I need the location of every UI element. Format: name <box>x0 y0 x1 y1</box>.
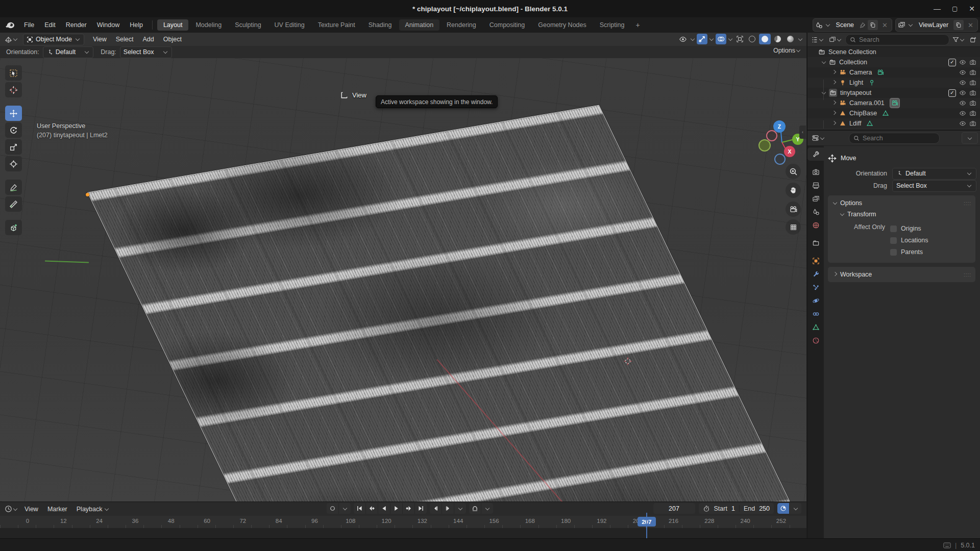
tab-shading[interactable]: Shading <box>362 19 398 31</box>
tab-scripting[interactable]: Scripting <box>594 19 631 31</box>
jump-to-start-button[interactable] <box>354 503 365 514</box>
parents-checkbox[interactable] <box>890 249 897 256</box>
gizmos-dropdown-chevron[interactable] <box>709 36 714 40</box>
tool-scale[interactable] <box>5 139 22 155</box>
minimize-icon[interactable]: — <box>934 5 941 13</box>
origins-checkbox[interactable] <box>890 226 897 232</box>
timeline-menu-playback[interactable]: Playback <box>72 504 114 514</box>
properties-tab-object[interactable] <box>807 254 824 267</box>
menu-help[interactable]: Help <box>125 20 148 30</box>
gizmo-axis-y-neg[interactable] <box>758 139 771 152</box>
timeline-ruler[interactable]: 0122436486072849610812013214415616818019… <box>0 516 806 529</box>
expander-icon[interactable] <box>821 59 827 66</box>
expander-icon[interactable] <box>821 89 827 96</box>
keying-set-button[interactable] <box>469 503 481 514</box>
tab-uv-editing[interactable]: UV Editing <box>268 19 311 31</box>
disable-render-icon[interactable] <box>969 69 976 76</box>
outliner-row-ldiff[interactable]: Ldiff <box>807 118 980 129</box>
playback-sync-dropdown[interactable] <box>789 503 801 514</box>
gizmo-axis-z-neg[interactable] <box>774 154 786 165</box>
drag-dropdown[interactable]: Select Box <box>120 46 172 58</box>
prop-orientation-dropdown[interactable]: Default <box>892 168 976 180</box>
current-frame-field[interactable]: 207 <box>653 503 695 514</box>
auto-keying-toggle[interactable] <box>327 503 338 514</box>
hide-eye-icon[interactable] <box>959 59 966 66</box>
expander-icon[interactable] <box>831 120 837 127</box>
perspective-toggle-button[interactable] <box>786 219 801 235</box>
disable-render-icon[interactable] <box>969 110 976 117</box>
hide-eye-icon[interactable] <box>959 110 966 117</box>
panel-grip[interactable]: :::: <box>964 201 971 206</box>
tool-transform[interactable] <box>5 156 22 171</box>
tool-cursor[interactable] <box>5 82 22 97</box>
gizmo-axis-x-neg[interactable] <box>766 130 777 141</box>
tab-modeling[interactable]: Modeling <box>189 19 228 31</box>
properties-options-chevron[interactable] <box>962 132 978 144</box>
properties-tab-constraints[interactable] <box>807 307 824 320</box>
tool-add-cube[interactable] <box>5 220 22 235</box>
menu-render[interactable]: Render <box>61 20 92 30</box>
disable-render-icon[interactable] <box>969 89 976 96</box>
expander-icon[interactable] <box>831 99 837 107</box>
properties-tab-world[interactable] <box>807 218 824 232</box>
add-workspace-button[interactable]: + <box>631 20 644 30</box>
disable-render-icon[interactable] <box>969 59 976 66</box>
tab-texture-paint[interactable]: Texture Paint <box>312 19 361 31</box>
frame-step-dropdown[interactable] <box>454 503 466 514</box>
properties-tab-data[interactable] <box>807 320 824 334</box>
outliner-row-collection[interactable]: Collection✓ <box>807 57 980 67</box>
editor-type-button[interactable] <box>3 34 20 45</box>
timeline-menu-view[interactable]: View <box>20 504 43 514</box>
prop-drag-dropdown[interactable]: Select Box <box>892 180 976 192</box>
start-value[interactable]: 1 <box>731 505 735 512</box>
xray-toggle[interactable] <box>734 34 745 44</box>
tool-measure[interactable] <box>5 196 22 212</box>
viewlayer-selector[interactable]: ViewLayer ✕ <box>895 18 978 32</box>
properties-tab-physics[interactable] <box>807 294 824 307</box>
orientation-dropdown[interactable]: Default <box>43 46 94 58</box>
properties-editor-type-button[interactable] <box>810 133 827 143</box>
overlays-dropdown-chevron[interactable] <box>728 36 732 40</box>
tool-rotate[interactable] <box>5 122 22 138</box>
disable-render-icon[interactable] <box>969 99 976 107</box>
tab-layout[interactable]: Layout <box>157 19 189 31</box>
expander-icon[interactable] <box>831 69 837 76</box>
hide-eye-icon[interactable] <box>959 79 966 86</box>
tool-select-box[interactable] <box>5 65 22 81</box>
shading-wireframe-button[interactable] <box>746 34 758 44</box>
shading-material-button[interactable] <box>772 34 783 44</box>
keying-set-dropdown[interactable] <box>481 503 493 514</box>
properties-tab-material[interactable] <box>807 334 824 347</box>
menu-window[interactable]: Window <box>92 20 125 30</box>
keying-dropdown[interactable] <box>338 503 351 514</box>
properties-search-input[interactable]: Search <box>849 133 940 144</box>
properties-tab-render[interactable] <box>807 165 824 179</box>
exclude-checkbox[interactable]: ✓ <box>948 59 956 66</box>
outliner-row-scene collection[interactable]: Scene Collection <box>807 47 980 57</box>
maximize-icon[interactable]: ▢ <box>952 5 958 12</box>
hide-eye-icon[interactable] <box>959 69 966 76</box>
zoom-button[interactable] <box>786 164 801 179</box>
properties-tab-view-layer[interactable] <box>807 192 824 205</box>
outliner-row-chipbase[interactable]: ChipBase <box>807 108 980 118</box>
transform-subpanel-header[interactable]: Transform <box>839 209 971 220</box>
gizmo-axis-x[interactable]: X <box>784 146 795 157</box>
locations-checkbox[interactable] <box>890 237 897 244</box>
timeline-editor-type-button[interactable] <box>3 504 20 514</box>
tab-sculpting[interactable]: Sculpting <box>229 19 267 31</box>
camera-view-button[interactable] <box>786 202 801 217</box>
sidebar-collapse-tab[interactable]: ‹ <box>799 126 806 139</box>
play-button[interactable] <box>390 503 402 514</box>
properties-tab-particles[interactable] <box>807 281 824 294</box>
viewport-menu-object[interactable]: Object <box>159 34 186 44</box>
properties-tab-modifiers[interactable] <box>807 267 824 281</box>
outliner-row-tinytapeout[interactable]: tinytapeout✓ <box>807 88 980 98</box>
outliner-display-mode-button[interactable] <box>827 34 844 45</box>
outliner-editor-type-button[interactable] <box>810 34 826 45</box>
tab-geometry-nodes[interactable]: Geometry Nodes <box>532 19 592 31</box>
viewport-3d[interactable]: User Perspective (207) tinytapeout | Lme… <box>0 58 806 502</box>
visibility-dropdown-chevron[interactable] <box>691 36 695 40</box>
tool-annotate[interactable] <box>5 180 22 195</box>
jump-to-end-button[interactable] <box>414 503 427 514</box>
tab-rendering[interactable]: Rendering <box>440 19 482 31</box>
